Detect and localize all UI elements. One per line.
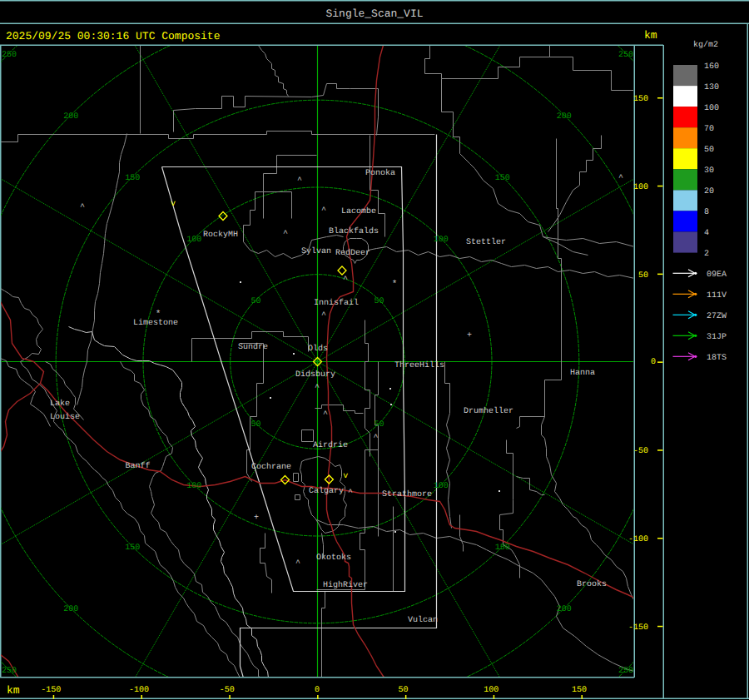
svg-text:RedDeer: RedDeer bbox=[335, 248, 370, 258]
svg-text:Single_Scan_VIL: Single_Scan_VIL bbox=[325, 7, 423, 20]
svg-text:Calgary: Calgary bbox=[309, 486, 344, 496]
svg-text:Cochrane: Cochrane bbox=[251, 462, 291, 472]
svg-text:160: 160 bbox=[704, 62, 719, 72]
svg-text:250: 250 bbox=[618, 667, 633, 676]
svg-text:31JP: 31JP bbox=[707, 333, 727, 342]
svg-text:50: 50 bbox=[374, 297, 384, 306]
svg-text:200: 200 bbox=[63, 605, 78, 614]
svg-text:^: ^ bbox=[295, 559, 300, 568]
svg-text:-150: -150 bbox=[41, 686, 61, 695]
svg-text:HighRiver: HighRiver bbox=[323, 580, 368, 590]
svg-text:100: 100 bbox=[186, 236, 201, 245]
svg-text:Olds: Olds bbox=[308, 344, 328, 354]
svg-text:2025/09/25 00:30:16 UTC Compos: 2025/09/25 00:30:16 UTC Composite bbox=[6, 30, 220, 42]
svg-text:150: 150 bbox=[125, 174, 140, 183]
svg-text:Ponoka: Ponoka bbox=[365, 168, 395, 178]
svg-text:Lake: Lake bbox=[50, 399, 70, 409]
svg-text:0: 0 bbox=[315, 686, 320, 695]
svg-text:Drumheller: Drumheller bbox=[464, 406, 513, 416]
svg-text:30: 30 bbox=[704, 166, 714, 176]
svg-text:^: ^ bbox=[343, 276, 348, 285]
svg-text:-150: -150 bbox=[628, 623, 648, 633]
svg-text:^: ^ bbox=[321, 311, 326, 320]
svg-text:^: ^ bbox=[373, 434, 378, 443]
svg-text:20: 20 bbox=[704, 187, 714, 196]
svg-text:100: 100 bbox=[704, 104, 719, 113]
svg-text:150: 150 bbox=[125, 544, 140, 553]
svg-text:50: 50 bbox=[250, 420, 260, 429]
svg-text:50: 50 bbox=[638, 271, 648, 280]
svg-text:Hanna: Hanna bbox=[570, 369, 595, 378]
svg-text:Sundre: Sundre bbox=[238, 342, 268, 352]
svg-text:100: 100 bbox=[186, 482, 201, 491]
svg-text:250: 250 bbox=[2, 51, 17, 60]
svg-text:200: 200 bbox=[557, 605, 572, 614]
svg-text:km: km bbox=[7, 684, 20, 697]
svg-text:150: 150 bbox=[633, 95, 648, 104]
svg-text:RockyMH: RockyMH bbox=[203, 230, 238, 240]
svg-text:^: ^ bbox=[618, 174, 623, 183]
svg-text:100: 100 bbox=[434, 236, 449, 245]
svg-text:100: 100 bbox=[633, 183, 648, 192]
svg-text:Louise: Louise bbox=[50, 412, 80, 422]
svg-text:ThreeHills: ThreeHills bbox=[394, 360, 444, 370]
svg-text:v: v bbox=[343, 472, 348, 481]
svg-text:^: ^ bbox=[321, 206, 326, 216]
svg-text:Stettler: Stettler bbox=[466, 237, 506, 247]
svg-text:200: 200 bbox=[63, 112, 78, 122]
svg-text:8: 8 bbox=[704, 208, 709, 217]
svg-text:50: 50 bbox=[250, 297, 260, 306]
svg-text:150: 150 bbox=[495, 544, 510, 553]
svg-text:-100: -100 bbox=[129, 686, 149, 695]
svg-text:^: ^ bbox=[80, 203, 85, 212]
svg-text:27ZW: 27ZW bbox=[707, 312, 727, 321]
svg-text:^: ^ bbox=[297, 176, 302, 186]
svg-text:0: 0 bbox=[651, 358, 656, 367]
svg-text:09EA: 09EA bbox=[707, 271, 727, 280]
svg-text:Lacombe: Lacombe bbox=[341, 206, 376, 216]
svg-text:4: 4 bbox=[704, 229, 709, 238]
svg-text:+: + bbox=[467, 331, 472, 340]
svg-text:100: 100 bbox=[434, 482, 449, 491]
svg-text:-50: -50 bbox=[220, 686, 235, 695]
svg-text:v: v bbox=[171, 200, 176, 209]
svg-text:^: ^ bbox=[315, 384, 320, 393]
svg-text:Vulcan: Vulcan bbox=[408, 615, 438, 625]
svg-text:250: 250 bbox=[618, 51, 633, 60]
svg-text:km: km bbox=[644, 29, 657, 42]
svg-text:*: * bbox=[156, 310, 161, 320]
svg-text:^: ^ bbox=[348, 489, 353, 498]
svg-text:Okotoks: Okotoks bbox=[316, 553, 351, 563]
svg-text:130: 130 bbox=[704, 83, 719, 92]
svg-text:kg/m2: kg/m2 bbox=[693, 40, 718, 50]
svg-text:250: 250 bbox=[2, 667, 17, 676]
svg-text:Strathmore: Strathmore bbox=[382, 489, 432, 499]
svg-text:+: + bbox=[254, 514, 259, 523]
svg-text:Banff: Banff bbox=[126, 461, 151, 471]
svg-text:18TS: 18TS bbox=[707, 354, 727, 363]
svg-text:50: 50 bbox=[374, 420, 384, 429]
svg-text:2: 2 bbox=[704, 250, 709, 259]
svg-text:Airdrie: Airdrie bbox=[313, 440, 348, 450]
svg-text:Blackfalds: Blackfalds bbox=[329, 226, 379, 236]
svg-text:200: 200 bbox=[557, 112, 572, 122]
svg-text:50: 50 bbox=[704, 146, 714, 155]
svg-text:-50: -50 bbox=[633, 447, 648, 456]
svg-text:-100: -100 bbox=[628, 535, 648, 544]
svg-text:^: ^ bbox=[323, 410, 328, 420]
svg-text:100: 100 bbox=[484, 686, 499, 695]
svg-text:*: * bbox=[392, 280, 398, 290]
svg-text:150: 150 bbox=[572, 686, 587, 695]
svg-text:111V: 111V bbox=[707, 291, 727, 300]
svg-text:50: 50 bbox=[398, 686, 408, 695]
svg-text:Brooks: Brooks bbox=[577, 579, 607, 589]
svg-text:Sylvan: Sylvan bbox=[301, 246, 331, 256]
svg-text:Innisfail: Innisfail bbox=[314, 298, 359, 308]
svg-text:150: 150 bbox=[495, 174, 510, 183]
svg-text:^: ^ bbox=[283, 230, 288, 239]
svg-text:Didsbury: Didsbury bbox=[295, 370, 335, 380]
svg-text:70: 70 bbox=[704, 125, 714, 134]
